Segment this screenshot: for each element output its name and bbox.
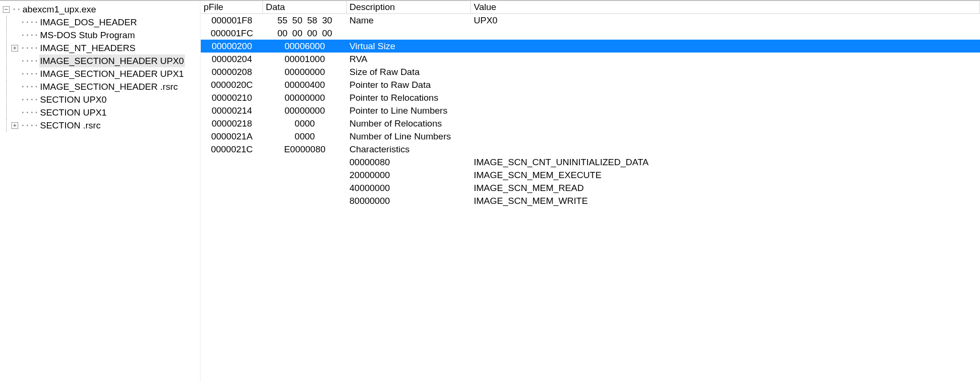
table-row[interactable]: 40000000IMAGE_SCN_MEM_READ — [201, 181, 980, 194]
cell-data: 00000000 — [263, 65, 347, 78]
cell-data: 00000000 — [263, 27, 347, 40]
app-root: − ·· abexcm1_upx.exe ····IMAGE_DOS_HEADE… — [0, 0, 980, 382]
tree-spacer — [11, 32, 18, 39]
cell-value — [471, 78, 980, 91]
tree-item[interactable]: ····MS-DOS Stub Program — [3, 29, 200, 42]
cell-value: IMAGE_SCN_MEM_READ — [471, 181, 980, 194]
tree-connector-icon: ···· — [20, 42, 38, 54]
tree-item[interactable]: ····SECTION UPX1 — [3, 106, 200, 119]
tree-connector-icon: ···· — [20, 67, 38, 80]
cell-data: 00001000 — [263, 53, 347, 65]
cell-value: IMAGE_SCN_MEM_EXECUTE — [471, 169, 980, 181]
table-row[interactable]: 0000021A0000Number of Line Numbers — [201, 130, 980, 143]
cell-data: 00000000 — [263, 104, 347, 117]
cell-data: 00006000 — [263, 40, 347, 53]
table-row[interactable]: 000001FC00000000 — [201, 27, 980, 40]
tree-spacer — [11, 58, 18, 64]
cell-data: 0000 — [263, 130, 347, 143]
expand-icon[interactable]: + — [11, 122, 18, 129]
tree-item-label: IMAGE_NT_HEADERS — [39, 42, 137, 54]
cell-pfile: 0000021C — [201, 143, 263, 156]
data-byte: 00 — [277, 28, 287, 39]
cell-pfile — [201, 169, 263, 181]
tree-item-label: IMAGE_DOS_HEADER — [39, 16, 138, 29]
cell-value: UPX0 — [471, 14, 980, 27]
tree-item[interactable]: +····IMAGE_NT_HEADERS — [3, 42, 200, 54]
table-row[interactable]: 0000020800000000Size of Raw Data — [201, 65, 980, 78]
cell-description: Number of Line Numbers — [347, 130, 471, 143]
tree-item[interactable]: ····IMAGE_SECTION_HEADER .rsrc — [3, 80, 200, 93]
cell-pfile: 000001FC — [201, 27, 263, 40]
tree-item[interactable]: ····IMAGE_SECTION_HEADER UPX0 — [3, 54, 200, 67]
cell-pfile: 0000021A — [201, 130, 263, 143]
cell-pfile: 00000214 — [201, 104, 263, 117]
cell-data: 00000400 — [263, 78, 347, 91]
cell-description: Pointer to Raw Data — [347, 78, 471, 91]
data-bytes: 00000000 — [266, 28, 344, 39]
cell-pfile — [201, 156, 263, 169]
cell-pfile: 0000020C — [201, 78, 263, 91]
table-row[interactable]: 0000021000000000Pointer to Relocations — [201, 91, 980, 104]
tree-item[interactable]: +····SECTION .rsrc — [3, 119, 200, 132]
cell-value — [471, 91, 980, 104]
tree-spacer — [11, 109, 18, 116]
table-row[interactable]: 80000000IMAGE_SCN_MEM_WRITE — [201, 194, 980, 207]
tree-item-label: MS-DOS Stub Program — [39, 29, 136, 42]
cell-value — [471, 130, 980, 143]
table-row[interactable]: 0000021CE0000080Characteristics — [201, 143, 980, 156]
tree-connector-icon: ···· — [20, 93, 38, 106]
cell-value — [471, 143, 980, 156]
cell-description: 00000080 — [347, 156, 471, 169]
cell-description: Characteristics — [347, 143, 471, 156]
tree-root-label: abexcm1_upx.exe — [22, 3, 97, 16]
table-row[interactable]: 000001F855505830NameUPX0 — [201, 14, 980, 27]
cell-description: RVA — [347, 53, 471, 65]
cell-pfile: 00000208 — [201, 65, 263, 78]
tree-spacer — [11, 84, 18, 90]
tree-connector-icon: ···· — [20, 106, 38, 119]
tree-item[interactable]: ····IMAGE_DOS_HEADER — [3, 16, 200, 29]
header-pfile[interactable]: pFile — [201, 1, 263, 14]
data-byte: 50 — [292, 15, 302, 26]
tree-item-label: SECTION UPX1 — [39, 106, 108, 119]
tree-spacer — [11, 71, 18, 77]
cell-data: 55505830 — [263, 14, 347, 27]
cell-pfile: 00000204 — [201, 53, 263, 65]
header-description[interactable]: Description — [347, 1, 471, 14]
data-byte: 00 — [292, 28, 302, 39]
tree-item[interactable]: ····SECTION UPX0 — [3, 93, 200, 106]
cell-description: Virtual Size — [347, 40, 471, 53]
tree-item[interactable]: ····IMAGE_SECTION_HEADER UPX1 — [3, 67, 200, 80]
cell-pfile: 00000200 — [201, 40, 263, 53]
table-row[interactable]: 0000020000006000Virtual Size — [201, 40, 980, 53]
table-row[interactable]: 0000020400001000RVA — [201, 53, 980, 65]
table-row[interactable]: 0000020C00000400Pointer to Raw Data — [201, 78, 980, 91]
tree-item-label: IMAGE_SECTION_HEADER UPX1 — [39, 67, 185, 80]
cell-description: Size of Raw Data — [347, 65, 471, 78]
expand-icon[interactable]: + — [11, 45, 18, 52]
tree-root[interactable]: − ·· abexcm1_upx.exe — [3, 3, 200, 16]
table-row[interactable]: 000002180000Number of Relocations — [201, 117, 980, 130]
cell-description: 20000000 — [347, 169, 471, 181]
table-header: pFile Data Description Value — [201, 1, 980, 14]
cell-description: Number of Relocations — [347, 117, 471, 130]
cell-value: IMAGE_SCN_CNT_UNINITIALIZED_DATA — [471, 156, 980, 169]
table-row[interactable]: 0000021400000000Pointer to Line Numbers — [201, 104, 980, 117]
table-row[interactable]: 00000080IMAGE_SCN_CNT_UNINITIALIZED_DATA — [201, 156, 980, 169]
cell-pfile: 00000210 — [201, 91, 263, 104]
cell-value — [471, 27, 980, 40]
table-row[interactable]: 20000000IMAGE_SCN_MEM_EXECUTE — [201, 169, 980, 181]
header-data[interactable]: Data — [263, 1, 347, 14]
cell-data — [263, 194, 347, 207]
tree-connector-icon: ···· — [20, 119, 38, 132]
tree-connector-icon: ···· — [20, 54, 38, 67]
tree-spacer — [11, 19, 18, 26]
cell-pfile — [201, 194, 263, 207]
data-bytes: 55505830 — [266, 15, 344, 26]
cell-pfile — [201, 181, 263, 194]
data-byte: 00 — [322, 28, 332, 39]
collapse-icon[interactable]: − — [3, 6, 10, 13]
tree-item-label: SECTION .rsrc — [39, 119, 102, 132]
header-value[interactable]: Value — [471, 1, 980, 14]
cell-description — [347, 27, 471, 40]
